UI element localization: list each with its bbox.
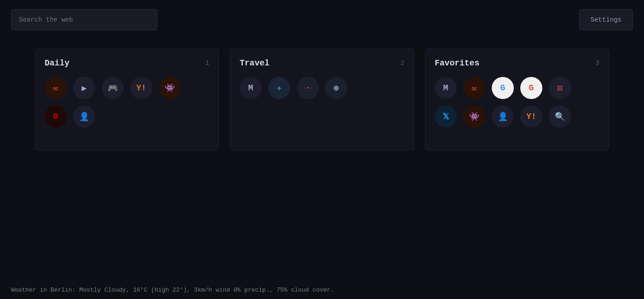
fav-twitter-icon[interactable]: 𝕏 <box>435 106 457 128</box>
weather-text: Weather in Berlin: Mostly Cloudy, 16°C (… <box>11 287 334 293</box>
group-travel-row-0: M✈·•·⊕ <box>240 77 404 99</box>
yahoo-icon[interactable]: Y! <box>130 77 152 99</box>
travel-m-icon[interactable]: M <box>240 77 262 99</box>
group-travel-number: 2 <box>401 59 404 67</box>
group-daily-row-0: ✉▶🎮Y!👾 <box>45 77 209 99</box>
group-travel-header: Travel2 <box>240 59 404 68</box>
search-input[interactable] <box>11 9 157 30</box>
group-favorites-number: 3 <box>596 59 599 67</box>
fav-dark-icon[interactable]: 👤 <box>492 106 514 128</box>
gmail-icon[interactable]: ✉ <box>45 77 67 99</box>
discord-icon[interactable]: 🎮 <box>102 77 124 99</box>
fav-m-icon[interactable]: M <box>435 77 457 99</box>
group-favorites-header: Favorites3 <box>435 59 599 68</box>
dark-icon-1[interactable]: ▶ <box>73 77 95 99</box>
group-daily-header: Daily1 <box>45 59 209 68</box>
reddit-icon-daily[interactable]: 👾 <box>159 77 181 99</box>
user-icon[interactable]: 👤 <box>73 106 95 128</box>
status-bar: Weather in Berlin: Mostly Cloudy, 16°C (… <box>0 281 644 299</box>
group-daily-title: Daily <box>45 59 69 68</box>
fav-yahoo-icon[interactable]: Y! <box>520 106 542 128</box>
fav-reddit-icon[interactable]: 👾 <box>463 106 485 128</box>
group-favorites: Favorites3M✉GG⊡𝕏👾👤Y!🔍 <box>425 49 609 150</box>
fav-google-icon[interactable]: G <box>492 77 514 99</box>
group-daily-number: 1 <box>206 59 209 67</box>
travel-dot-icon[interactable]: ·•· <box>297 77 319 99</box>
group-travel-title: Travel <box>240 59 270 68</box>
fav-gmail-icon[interactable]: ✉ <box>463 77 485 99</box>
group-daily-row-1: O👤 <box>45 106 209 128</box>
travel-arrow-icon[interactable]: ✈ <box>268 77 290 99</box>
settings-button[interactable]: Settings <box>579 9 633 30</box>
group-travel: Travel2M✈·•·⊕ <box>230 49 414 150</box>
group-favorites-row-1: 𝕏👾👤Y!🔍 <box>435 106 599 128</box>
speed-dial-main: Daily1✉▶🎮Y!👾O👤Travel2M✈·•·⊕Favorites3M✉G… <box>0 40 644 159</box>
group-daily: Daily1✉▶🎮Y!👾O👤 <box>35 49 219 150</box>
fav-search-icon[interactable]: 🔍 <box>549 106 571 128</box>
fav-google2-icon[interactable]: G <box>520 77 542 99</box>
fav-davinci-icon[interactable]: ⊡ <box>549 77 571 99</box>
travel-globe-icon[interactable]: ⊕ <box>325 77 347 99</box>
group-favorites-title: Favorites <box>435 59 479 68</box>
group-favorites-row-0: M✉GG⊡ <box>435 77 599 99</box>
opera-icon[interactable]: O <box>45 106 67 128</box>
header: Settings <box>0 0 644 40</box>
